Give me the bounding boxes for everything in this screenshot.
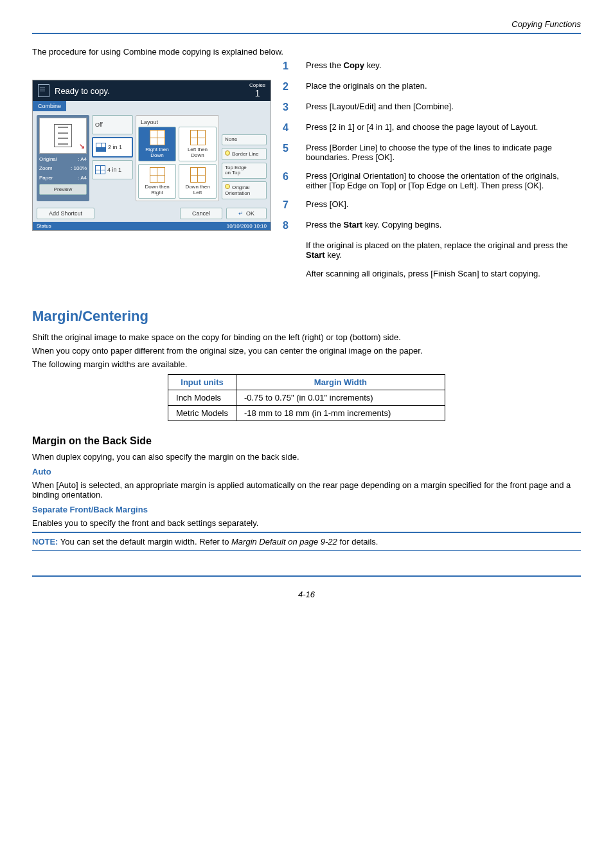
status-timestamp: 10/10/2010 10:10 bbox=[227, 223, 267, 229]
table-row: Inch Models-0.75 to 0.75" (in 0.01" incr… bbox=[168, 390, 445, 406]
step-item: Press [OK]. bbox=[283, 199, 581, 211]
option-4in1[interactable]: 4 in 1 bbox=[92, 160, 133, 179]
margin-p3: The following margin widths are availabl… bbox=[32, 359, 581, 369]
steps-list: Press the Copy key.Place the originals o… bbox=[283, 60, 581, 231]
step-item: Press [Border Line] to choose the type o… bbox=[283, 143, 581, 162]
copies-value: 1 bbox=[249, 89, 265, 98]
border-none[interactable]: None bbox=[222, 134, 267, 145]
margin-p1: Shift the original image to make space o… bbox=[32, 332, 581, 342]
step-item: Press the Start key. Copying begins. bbox=[283, 220, 581, 231]
thumbnail-area: ↘ Original: A4 Zoom: 100% Paper: A4 Prev… bbox=[37, 115, 89, 201]
grid-2-icon bbox=[96, 143, 106, 152]
page-number: 4-16 bbox=[32, 590, 581, 599]
auto-p: When [Auto] is selected, an appropriate … bbox=[32, 480, 581, 500]
layout-right-then-down[interactable]: Right then Down bbox=[138, 127, 176, 161]
separate-margins-title: Separate Front/Back Margins bbox=[32, 505, 581, 514]
section-margin-centering: Margin/Centering bbox=[32, 308, 581, 325]
thumbnail-preview: ↘ bbox=[39, 118, 87, 154]
layout-down-then-right[interactable]: Down then Right bbox=[138, 164, 176, 199]
add-shortcut-button[interactable]: Add Shortcut bbox=[37, 208, 94, 219]
step-item: Press [Layout/Edit] and then [Combine]. bbox=[283, 102, 581, 113]
step-item: Place the originals on the platen. bbox=[283, 81, 581, 93]
border-line-button[interactable]: Border Line bbox=[222, 148, 267, 160]
option-off[interactable]: Off bbox=[92, 115, 133, 134]
th-margin-width: Margin Width bbox=[236, 375, 445, 390]
margin-back-title: Margin on the Back Side bbox=[32, 435, 581, 447]
layout-group: Layout Right then Down Left then Down bbox=[136, 115, 219, 201]
auto-title: Auto bbox=[32, 467, 581, 476]
note-line: NOTE: You can set the default margin wid… bbox=[32, 537, 581, 547]
layout-left-then-down[interactable]: Left then Down bbox=[179, 127, 217, 161]
grid-4-icon bbox=[95, 165, 105, 174]
panel-tab-combine[interactable]: Combine bbox=[33, 101, 66, 111]
margin-table: Input units Margin Width Inch Models-0.7… bbox=[168, 374, 445, 421]
panel-ready-text: Ready to copy. bbox=[55, 86, 110, 96]
intro-text: The procedure for using Combine mode cop… bbox=[32, 47, 581, 57]
step-item: Press the Copy key. bbox=[283, 60, 581, 72]
table-row: Metric Models-18 mm to 18 mm (in 1-mm in… bbox=[168, 406, 445, 421]
th-input-units: Input units bbox=[168, 375, 236, 390]
running-head: Copying Functions bbox=[32, 19, 581, 33]
separate-margins-p: Enables you to specify the front and bac… bbox=[32, 518, 581, 528]
step-followup: If the original is placed on the platen,… bbox=[283, 240, 581, 260]
step-item: Press [Original Orientation] to choose t… bbox=[283, 171, 581, 190]
step-followup: After scanning all originals, press [Fin… bbox=[283, 269, 581, 278]
cancel-button[interactable]: Cancel bbox=[180, 208, 222, 219]
status-label: Status bbox=[37, 223, 51, 229]
header-rule bbox=[32, 33, 581, 34]
layout-down-then-left[interactable]: Down then Left bbox=[179, 164, 217, 199]
margin-back-p: When duplex copying, you can also specif… bbox=[32, 452, 581, 462]
step-item: Press [2 in 1] or [4 in 1], and choose t… bbox=[283, 122, 581, 134]
copy-doc-icon bbox=[38, 84, 49, 97]
margin-p2: When you copy onto paper different from … bbox=[32, 346, 581, 356]
top-edge-button[interactable]: Top Edge on Top bbox=[222, 163, 267, 179]
ok-button[interactable]: ↵OK bbox=[226, 208, 267, 219]
touch-panel: Ready to copy. Copies 1 Combine ↘ Orig bbox=[32, 80, 271, 231]
option-2in1[interactable]: 2 in 1 bbox=[92, 137, 133, 158]
layout-title: Layout bbox=[138, 118, 217, 127]
preview-button[interactable]: Preview bbox=[39, 184, 87, 195]
orientation-button[interactable]: Original Orientation bbox=[222, 181, 267, 199]
